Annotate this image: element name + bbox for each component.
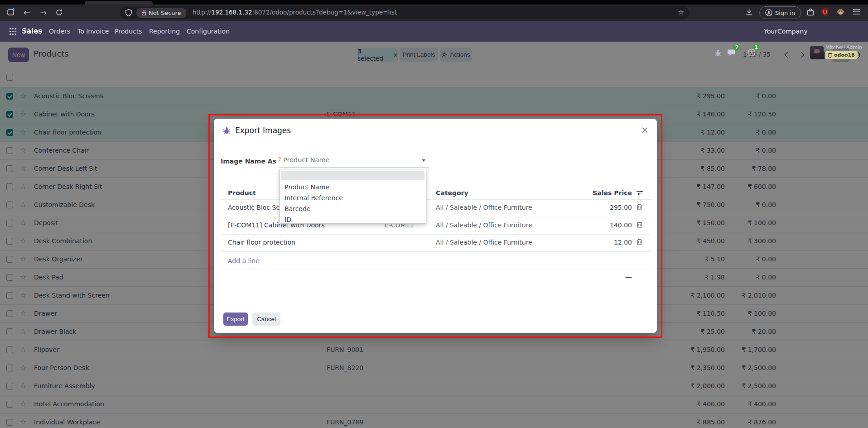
- tracking-shield-icon[interactable]: [125, 9, 132, 17]
- modal-price-cell: 295.00: [564, 204, 632, 211]
- forward-icon[interactable]: →: [40, 8, 47, 17]
- modal-category-cell: All / Saleable / Office Furniture: [436, 204, 532, 211]
- trash-icon[interactable]: [637, 221, 642, 228]
- odoo-navbar: Sales OrdersTo InvoiceProductsReportingC…: [0, 21, 868, 42]
- downloads-icon[interactable]: [745, 8, 753, 16]
- modal-price-cell: 140.00: [564, 221, 632, 229]
- select-value: Product Name: [283, 156, 329, 164]
- extension-icon[interactable]: [806, 8, 815, 16]
- modal-column-sales-price[interactable]: Sales Price: [496, 189, 632, 197]
- database-name: odoo18: [834, 52, 855, 58]
- browser-menu-icon[interactable]: [853, 9, 860, 15]
- price-total-placeholder: —: [587, 273, 632, 281]
- bug-icon: [223, 126, 231, 135]
- image-name-as-select[interactable]: Product Name: [280, 153, 429, 168]
- reload-icon[interactable]: [55, 9, 63, 16]
- dialog-title: Export Images: [235, 126, 291, 135]
- chevron-down-icon: [422, 159, 425, 162]
- modal-product-cell[interactable]: Chair floor protection: [228, 239, 295, 246]
- not-secure-badge[interactable]: Not Secure: [136, 8, 186, 18]
- url-bar[interactable]: Not Secure http://192.168.1.32:8072/odoo…: [120, 6, 690, 19]
- ublock-shield-icon[interactable]: [821, 8, 829, 16]
- dialog-header: Export Images ×: [214, 119, 657, 142]
- image-name-as-dropdown: Product NameInternal ReferenceBarcodeID: [280, 169, 426, 224]
- menu-item-products[interactable]: Products: [115, 28, 142, 35]
- image-name-as-label: Image Name As ?: [221, 157, 281, 165]
- app-name[interactable]: Sales: [22, 27, 42, 35]
- add-a-line-link[interactable]: Add a line: [228, 257, 260, 264]
- back-icon[interactable]: ←: [24, 8, 30, 17]
- debug-bug-icon[interactable]: [714, 49, 722, 57]
- modal-category-cell: All / Saleable / Office Furniture: [436, 239, 532, 246]
- database-icon: [828, 53, 832, 58]
- modal-column-product[interactable]: Product: [228, 189, 256, 197]
- apps-grid-icon[interactable]: [9, 28, 17, 35]
- dropdown-option-id[interactable]: ID: [280, 214, 426, 225]
- bookmark-star-icon[interactable]: ☆: [678, 8, 684, 16]
- sign-in-label: Sign in: [775, 10, 795, 16]
- messages-count-badge: 7: [733, 44, 740, 51]
- browser-chrome: ← → Not Secure http://192.168.1.32:8072/…: [0, 0, 868, 21]
- monkey-icon[interactable]: [836, 8, 845, 16]
- export-button[interactable]: Export: [223, 313, 248, 326]
- browser-toolbar: ← → Not Secure http://192.168.1.32:8072/…: [0, 5, 868, 21]
- user-avatar[interactable]: [810, 46, 824, 59]
- dropdown-option-blank[interactable]: [281, 171, 424, 180]
- modal-optional-columns-icon[interactable]: [637, 190, 643, 196]
- dropdown-option-internal-reference[interactable]: Internal Reference: [280, 192, 426, 203]
- person-icon: [765, 9, 772, 16]
- menu-item-configuration[interactable]: Configuration: [187, 28, 230, 35]
- dropdown-option-product-name[interactable]: Product Name: [280, 182, 426, 192]
- modal-category-cell: All / Saleable / Office Furniture: [436, 221, 532, 229]
- browser-tab-strip: [0, 0, 868, 5]
- security-label: Not Secure: [149, 10, 181, 16]
- window-tab-icon[interactable]: [6, 7, 15, 16]
- lock-slash-icon: [141, 10, 146, 16]
- sign-in-button[interactable]: Sign in: [759, 6, 801, 19]
- trash-icon[interactable]: [637, 239, 642, 245]
- modal-column-category[interactable]: Category: [436, 189, 468, 197]
- company-switcher[interactable]: YourCompany: [764, 28, 808, 35]
- activities-count-badge: 1: [753, 44, 760, 51]
- close-icon[interactable]: ×: [641, 125, 649, 135]
- dropdown-option-barcode[interactable]: Barcode: [280, 203, 426, 214]
- menu-item-reporting[interactable]: Reporting: [149, 28, 180, 35]
- user-name: Mitchell Admin: [825, 44, 862, 50]
- menu-item-to-invoice[interactable]: To Invoice: [77, 28, 109, 35]
- menu-item-orders[interactable]: Orders: [49, 28, 70, 35]
- trash-icon[interactable]: [637, 204, 642, 210]
- browser-active-tab[interactable]: [85, 1, 153, 5]
- database-badge: odoo18: [825, 51, 858, 59]
- cancel-button[interactable]: Cancel: [252, 313, 280, 326]
- url-text: http://192.168.1.32:8072/odoo/products?d…: [193, 9, 397, 16]
- modal-price-cell: 12.00: [564, 239, 632, 246]
- export-images-dialog: Export Images × Image Name As ? Product …: [214, 119, 657, 333]
